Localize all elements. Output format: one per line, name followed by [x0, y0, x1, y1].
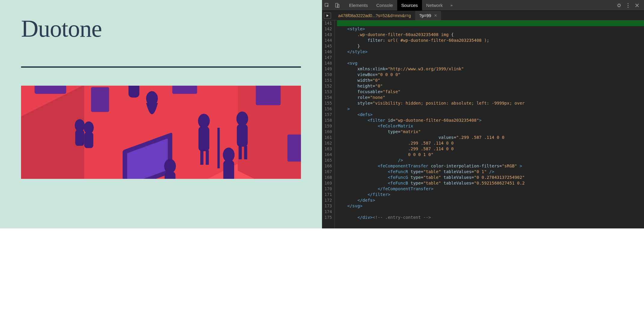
svg-point-18: [198, 114, 210, 128]
svg-rect-19: [198, 126, 209, 151]
svg-rect-5: [91, 87, 109, 112]
svg-point-26: [223, 148, 235, 162]
sources-file-tabs: a478f08a3222ad0...?s=52&d=mm&r=g ?p=99 ×: [322, 11, 644, 20]
svg-rect-8: [287, 135, 301, 162]
devtools-toolbar: Elements Console Sources Network »: [322, 0, 644, 11]
close-devtools-icon[interactable]: [633, 0, 642, 11]
page-preview-pane: Duotone: [0, 0, 322, 228]
svg-point-39: [627, 3, 628, 4]
svg-rect-36: [336, 3, 338, 7]
svg-rect-6: [172, 86, 197, 94]
file-tab-label: a478f08a3222ad0...?s=52&d=mm&r=g: [338, 13, 411, 18]
settings-gear-icon[interactable]: [615, 0, 624, 11]
tab-sources[interactable]: Sources: [397, 0, 422, 11]
file-tab-p99[interactable]: ?p=99 ×: [415, 11, 441, 20]
svg-point-14: [75, 119, 85, 132]
inspect-element-icon[interactable]: [322, 0, 332, 11]
svg-rect-21: [206, 150, 209, 165]
svg-rect-20: [200, 150, 204, 165]
svg-rect-15: [75, 130, 84, 146]
svg-rect-27: [223, 160, 234, 179]
svg-point-40: [627, 5, 628, 6]
svg-point-30: [164, 159, 176, 173]
svg-rect-4: [35, 86, 66, 94]
kebab-menu-icon[interactable]: [624, 0, 633, 11]
line-number-gutter: 1411421431441451461471481491501511521531…: [322, 20, 335, 228]
page-divider: [21, 66, 301, 68]
svg-point-41: [627, 7, 628, 8]
device-toolbar-icon[interactable]: [332, 0, 342, 11]
tabs-overflow-icon[interactable]: »: [447, 0, 456, 11]
svg-point-22: [236, 112, 248, 126]
devtools-panel: Elements Console Sources Network » a478f…: [322, 0, 644, 228]
svg-rect-31: [165, 172, 176, 179]
file-tab-label: ?p=99: [419, 13, 431, 18]
devtools-tabs: Elements Console Sources Network »: [345, 0, 615, 11]
svg-rect-25: [244, 146, 247, 159]
tab-console[interactable]: Console: [372, 0, 397, 11]
svg-point-38: [618, 5, 620, 6]
close-tab-icon[interactable]: ×: [434, 13, 437, 18]
svg-point-16: [84, 121, 94, 134]
code-editor[interactable]: 1411421431441451461471481491501511521531…: [322, 20, 644, 228]
duotone-image: [21, 86, 301, 179]
page-frame-icon[interactable]: [324, 13, 331, 19]
tab-elements[interactable]: Elements: [345, 0, 372, 11]
svg-rect-17: [84, 132, 93, 148]
tab-network[interactable]: Network: [422, 0, 447, 11]
svg-rect-24: [239, 146, 242, 159]
file-tab-gravatar[interactable]: a478f08a3222ad0...?s=52&d=mm&r=g: [334, 11, 415, 20]
page-title: Duotone: [21, 15, 301, 42]
svg-rect-7: [256, 86, 281, 105]
svg-rect-34: [217, 128, 220, 168]
svg-rect-12: [128, 86, 139, 97]
code-content[interactable]: <style> .wp-duotone-filter-60aa203235408…: [335, 20, 644, 228]
svg-rect-23: [237, 124, 248, 147]
